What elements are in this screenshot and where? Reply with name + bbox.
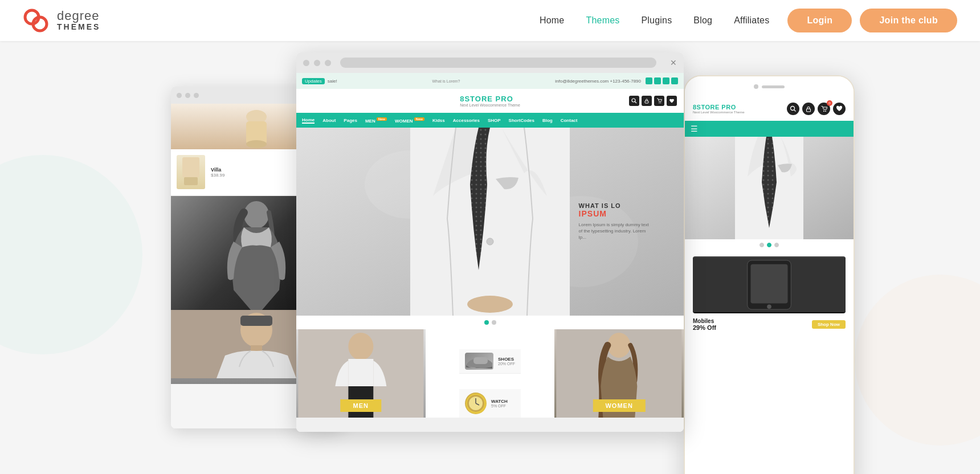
- shoes-product[interactable]: SHOES 20% OFF: [459, 349, 521, 374]
- svg-rect-5: [182, 157, 199, 177]
- phone-product-section: Mobiles 29% Off Shop Now: [685, 251, 854, 341]
- phone-slider-dots: [685, 239, 854, 251]
- svg-rect-10: [240, 316, 272, 326]
- men-label: MEN: [341, 399, 381, 412]
- phone-heart-icon[interactable]: [833, 103, 846, 115]
- browser-min-btn[interactable]: [185, 93, 190, 98]
- hero-lorem-text: Lorem Ipsum is simply dummy text of the …: [579, 222, 653, 241]
- browser-center-min[interactable]: [314, 60, 320, 66]
- svg-line-13: [635, 102, 637, 104]
- nav-pages[interactable]: Pages: [344, 118, 357, 123]
- nav-affiliates[interactable]: Affiliates: [734, 15, 769, 26]
- phone-lock-icon[interactable]: [802, 103, 815, 115]
- site-brand-sub: Next Level Woocommerce Theme: [460, 103, 520, 107]
- search-icon-box: [629, 96, 639, 106]
- site-brand-icons: [629, 96, 677, 106]
- browser-center: ✕ Updates sale! What is Lorem? info@8deg…: [296, 52, 684, 432]
- phone-dot-1[interactable]: [760, 243, 764, 247]
- join-button[interactable]: Join the club: [860, 9, 957, 32]
- nav-men[interactable]: MENNew: [365, 117, 387, 124]
- nav-themes[interactable]: Themes: [586, 15, 619, 26]
- svg-point-23: [467, 296, 513, 313]
- slider-dot-1[interactable]: [484, 320, 489, 325]
- nav-contact[interactable]: Contact: [561, 118, 578, 123]
- updates-badge: Updates: [302, 78, 325, 84]
- product-villa-price: $38.99: [211, 173, 224, 178]
- watch-image: [465, 393, 487, 414]
- shop-now-button[interactable]: Shop Now: [812, 320, 846, 329]
- svg-point-38: [823, 111, 824, 112]
- slider-dot-2[interactable]: [492, 320, 496, 325]
- nav-kidss[interactable]: Kidss: [432, 118, 445, 123]
- product-villa-info: Villa $38.99: [211, 167, 224, 178]
- social-icon-1: [646, 77, 652, 84]
- phone-menu-bar: ☰: [685, 121, 854, 137]
- browser-url-bar[interactable]: [340, 58, 656, 68]
- nav-shop[interactable]: SHOP: [488, 118, 501, 123]
- phone-top-bar: [685, 76, 854, 97]
- svg-point-16: [660, 103, 662, 104]
- nav-about[interactable]: About: [322, 118, 336, 123]
- nav-accessories[interactable]: Accessories: [453, 118, 480, 123]
- hero-what-is: WHAT IS LO: [579, 202, 653, 209]
- watch-label: WATCH: [491, 399, 508, 404]
- svg-point-25: [348, 333, 373, 360]
- svg-point-4: [246, 140, 267, 148]
- top-bar-link: What is Lorem?: [432, 79, 460, 83]
- browser-center-close[interactable]: [303, 60, 309, 66]
- browser-center-max[interactable]: [325, 60, 331, 66]
- header: degree THEMES Home Themes Plugins Blog A…: [0, 0, 980, 41]
- watch-product[interactable]: WATCH 5% OFF: [459, 389, 521, 418]
- watch-discount: 5% OFF: [491, 404, 508, 408]
- lock-icon-box: [642, 96, 652, 106]
- phone-dot-2[interactable]: [767, 243, 771, 247]
- bg-decor-left: [0, 155, 142, 354]
- men-product-card[interactable]: MEN: [296, 329, 426, 418]
- phone-brand-sub: Next Level Woocommerce Theme: [693, 111, 744, 114]
- social-icon-2: [654, 77, 661, 84]
- nav-plugins[interactable]: Plugins: [641, 15, 672, 26]
- browser-center-content: Updates sale! What is Lorem? info@8degre…: [296, 73, 684, 432]
- shoes-discount: 20% OFF: [498, 362, 515, 366]
- phone-icons: 0: [787, 103, 846, 115]
- nav-home[interactable]: Home: [540, 15, 564, 26]
- logo[interactable]: degree THEMES: [23, 6, 100, 35]
- phone-content: 8STORE PRO Next Level Woocommerce Theme …: [685, 97, 854, 474]
- svg-point-15: [659, 103, 660, 104]
- browser-max-btn[interactable]: [194, 93, 199, 98]
- women-product-card[interactable]: WOMEN: [554, 329, 684, 418]
- svg-point-12: [632, 99, 635, 102]
- nav-women[interactable]: WOMENNew: [395, 117, 424, 124]
- site-top-bar: Updates sale! What is Lorem? info@8degre…: [296, 73, 684, 89]
- phone-cart-icon[interactable]: 0: [818, 103, 830, 115]
- contact-info: info@8degreethemes.com +123-456-7890: [555, 79, 641, 84]
- social-icon-4: [671, 77, 678, 84]
- phone-product-header: Mobiles 29% Off Shop Now: [693, 318, 846, 331]
- nav-shortcodes[interactable]: ShortCodes: [509, 118, 534, 123]
- top-bar-text: sale!: [328, 79, 337, 84]
- site-brand-bar: 8STORE PRO Next Level Woocommerce Theme: [296, 89, 684, 113]
- nav-blog[interactable]: Blog: [693, 15, 712, 26]
- hero-image-area: WHAT IS LO IPSUM Lorem Ipsum is simply d…: [296, 128, 684, 316]
- svg-point-22: [487, 238, 493, 245]
- women-label: WOMEN: [593, 399, 645, 412]
- phone-dot-3[interactable]: [774, 243, 779, 247]
- phone-product-percent: 29% Off: [693, 324, 716, 331]
- nav-home-inner[interactable]: Home: [302, 117, 315, 124]
- phone-search-icon[interactable]: [787, 103, 799, 115]
- hero-lorem: IPSUM: [579, 209, 653, 218]
- login-button[interactable]: Login: [787, 9, 852, 32]
- svg-point-46: [767, 304, 771, 309]
- site-nav-bar: Home About Pages MENNew WOMENNew Kidss A…: [296, 113, 684, 128]
- product-row: MEN SHOES 20%: [296, 329, 684, 418]
- phone-speaker: [762, 85, 785, 88]
- nav-blog-inner[interactable]: Blog: [542, 118, 553, 123]
- middle-product-card: SHOES 20% OFF: [426, 329, 555, 418]
- shoes-label: SHOES: [498, 357, 515, 362]
- site-brand-name: 8STORE PRO: [460, 95, 520, 103]
- main-nav: Home Themes Plugins Blog Affiliates: [540, 15, 769, 26]
- hero-section: Villa $38.99 🛒: [0, 41, 980, 474]
- browser-close-btn[interactable]: [177, 93, 182, 98]
- phone-camera: [754, 84, 758, 89]
- hamburger-icon[interactable]: ☰: [691, 124, 698, 133]
